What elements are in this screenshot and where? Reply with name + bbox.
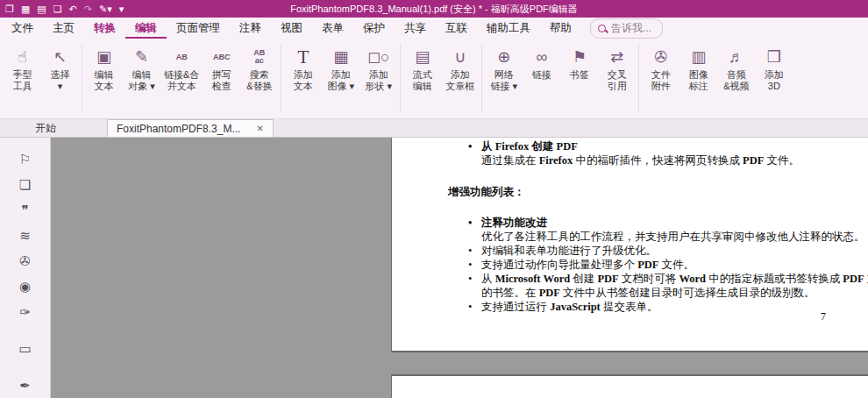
bullet-marker: •	[468, 272, 481, 286]
link-join-text-icon: AB	[176, 45, 188, 69]
document-text-line: 的书签。在 PDF 文件中从书签创建目录时可选择生成目录的级别数。	[481, 286, 868, 300]
article-box-icon: ∪	[454, 45, 466, 69]
edit-text-button[interactable]: ▣编辑 文本	[85, 41, 123, 118]
tab-document[interactable]: FoxitPhantomPDF8.3_M... ✕	[107, 119, 274, 137]
file-attachment-button[interactable]: ✇文件 附件	[642, 41, 679, 118]
tell-me-search[interactable]: 告诉我...	[590, 18, 663, 39]
menu-bar-items: 文件主页转换编辑页面管理注释视图表单保护共享互联辅助工具帮助	[2, 18, 581, 39]
menu-item-page-organize[interactable]: 页面管理	[167, 18, 230, 39]
spell-check-icon: ABC	[213, 45, 231, 69]
menu-bar: 文件主页转换编辑页面管理注释视图表单保护共享互联辅助工具帮助 告诉我...	[0, 18, 868, 39]
menu-item-comment[interactable]: 注释	[230, 18, 271, 39]
export-icon[interactable]: ❏	[53, 0, 62, 18]
edit-object-button[interactable]: ✎编辑 对象 ▾	[123, 41, 160, 118]
select-button[interactable]: ↖选择 ▾	[41, 41, 79, 118]
tab-start[interactable]: 开始	[26, 119, 107, 137]
add-shapes-button[interactable]: ◻○添加 形状 ▾	[359, 41, 397, 118]
link-join-text-button[interactable]: AB链接&合 并文本	[160, 41, 203, 118]
pdf-page: •从 Firefox 创建 PDF通过集成在 Firefox 中的福昕插件，快速…	[391, 138, 868, 352]
tab-document-label: FoxitPhantomPDF8.3_M...	[117, 123, 240, 135]
globe-icon: ⊕	[497, 45, 510, 69]
ribbon-group-separator	[281, 44, 281, 113]
ribbon-button-label: 添加 3D	[765, 69, 784, 92]
document-text-line: •从 Firefox 创建 PDF	[468, 139, 868, 153]
document-text-line: •对编辑和表单功能进行了升级优化。	[468, 244, 868, 258]
bookmark-button[interactable]: ⚑书签	[560, 41, 598, 118]
ribbon-group-separator	[400, 44, 401, 113]
pages-panel-icon[interactable]: ❏	[0, 172, 50, 197]
menu-item-protect[interactable]: 保护	[353, 18, 395, 39]
ribbon-group: ✇文件 附件▥图像 标注♬音频 &视频❒添加 3D	[642, 41, 793, 118]
audio-video-icon: ♬	[729, 45, 744, 69]
menu-item-share[interactable]: 共享	[395, 18, 436, 39]
menu-item-convert[interactable]: 转换	[84, 18, 125, 39]
save-icon[interactable]: ▦	[21, 0, 30, 18]
navigation-panel-bar: ⚐❏❞≋✇◉✑▭✒	[0, 138, 51, 398]
menu-item-form[interactable]: 表单	[312, 18, 353, 39]
add-image-icon: ▦	[333, 45, 348, 69]
audio-video-button[interactable]: ♬音频 &视频	[717, 41, 755, 118]
title-bar: ❐▦▤❏↶↷✎▾▾ FoxitPhantomPDF8.3_Manual(1).p…	[0, 0, 868, 18]
document-canvas[interactable]: •从 Firefox 创建 PDF通过集成在 Firefox 中的福昕插件，快速…	[51, 138, 868, 398]
bookmark-flag-icon: ⚑	[573, 45, 587, 69]
document-text-line: •注释功能改进	[468, 216, 868, 230]
search-placeholder: 告诉我...	[611, 21, 651, 36]
menu-item-file[interactable]: 文件	[2, 18, 43, 39]
ribbon-button-label: 添加 形状 ▾	[366, 69, 393, 92]
sign-panel-icon[interactable]: ✒	[0, 373, 50, 398]
ribbon-button-label: 选择 ▾	[51, 69, 70, 92]
menu-item-home[interactable]: 主页	[43, 18, 84, 39]
ribbon-group: ▤流式 编辑∪添加 文章框	[403, 41, 479, 118]
menu-item-view[interactable]: 视图	[271, 18, 312, 39]
add-image-button[interactable]: ▦添加 图像 ▾	[322, 41, 359, 118]
ribbon-group-separator	[481, 44, 482, 113]
select-cursor-icon: ↖	[53, 45, 67, 69]
add-3d-button[interactable]: ❒添加 3D	[755, 41, 793, 118]
document-text-line: 通过集成在 Firefox 中的福昕插件，快速将网页转换成 PDF 文件。	[481, 153, 868, 167]
open-file-icon[interactable]: ❐	[5, 0, 14, 18]
menu-item-accessibility[interactable]: 辅助工具	[477, 18, 540, 39]
edit-object-icon: ✎	[135, 45, 148, 69]
security-panel-icon[interactable]: ◉	[0, 274, 50, 299]
ribbon-button-label: 搜索 &替换	[246, 69, 272, 92]
search-replace-button[interactable]: AB ac搜索 &替换	[240, 41, 278, 118]
reflow-edit-button[interactable]: ▤流式 编辑	[403, 41, 441, 118]
attachments-panel-icon[interactable]: ✇	[0, 248, 50, 274]
ribbon-button-label: 音频 &视频	[723, 69, 749, 92]
ribbon-button-label: 拼写 检查	[212, 69, 231, 92]
quick-access-toolbar: ❐▦▤❏↶↷✎▾▾	[5, 0, 124, 18]
pen-tool-icon[interactable]: ✎▾	[99, 0, 112, 18]
hand-tool-button[interactable]: ☝手型 工具	[4, 41, 41, 118]
add-article-box-button[interactable]: ∪添加 文章框	[441, 41, 479, 118]
layers-panel-icon[interactable]: ≋	[0, 223, 50, 248]
customize-qat-icon[interactable]: ▾	[119, 0, 125, 18]
ribbon-group: ▣编辑 文本✎编辑 对象 ▾AB链接&合 并文本ABC拼写 检查AB ac搜索 …	[85, 41, 278, 118]
bookmarks-panel-icon[interactable]: ⚐	[0, 146, 50, 172]
fields-panel-icon[interactable]: ▭	[0, 336, 50, 361]
ribbon-group: ☝手型 工具↖选择 ▾	[4, 41, 79, 118]
menu-item-connect[interactable]: 互联	[436, 18, 477, 39]
print-icon[interactable]: ▤	[37, 0, 46, 18]
ribbon-group-separator	[638, 44, 639, 113]
document-text-line: •从 Microsoft Word 创建 PDF 文档时可将 Word 中的指定…	[468, 272, 868, 286]
comments-panel-icon[interactable]: ❞	[0, 197, 50, 223]
bullet-marker: •	[468, 139, 481, 153]
cube-3d-icon: ❒	[767, 45, 781, 69]
link-button[interactable]: ∞链接	[523, 41, 560, 118]
image-annotation-button[interactable]: ▥图像 标注	[679, 41, 717, 118]
document-tab-bar: 开始 FoxitPhantomPDF8.3_M... ✕	[0, 119, 868, 138]
cross-reference-button[interactable]: ⇄交叉 引用	[598, 41, 636, 118]
undo-icon[interactable]: ↶	[69, 0, 77, 18]
close-icon[interactable]: ✕	[256, 124, 263, 133]
add-text-button[interactable]: T添加 文本	[284, 41, 322, 118]
ribbon-button-label: 流式 编辑	[413, 69, 432, 92]
document-text-line: 增强功能列表：	[448, 185, 868, 199]
ribbon: ☝手型 工具↖选择 ▾▣编辑 文本✎编辑 对象 ▾AB链接&合 并文本ABC拼写…	[0, 39, 868, 119]
redo-icon[interactable]: ↷	[84, 0, 92, 18]
digital-signatures-panel-icon[interactable]: ✑	[0, 299, 50, 324]
spell-check-button[interactable]: ABC拼写 检查	[203, 41, 240, 118]
web-links-button[interactable]: ⊕网络 链接 ▾	[485, 41, 523, 118]
menu-item-edit[interactable]: 编辑	[125, 18, 167, 39]
menu-item-help[interactable]: 帮助	[540, 18, 581, 39]
main-area: ⚐❏❞≋✇◉✑▭✒ •从 Firefox 创建 PDF通过集成在 Firefox…	[0, 138, 868, 398]
